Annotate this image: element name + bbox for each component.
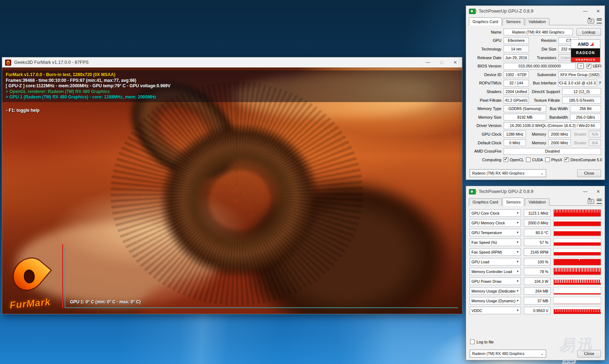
gpuz-app-icon (469, 189, 476, 194)
memory-size-value: 8192 MB (504, 114, 546, 120)
screenshot-camera-icon[interactable] (588, 19, 594, 23)
minimize-button[interactable]: — (579, 186, 592, 197)
gpuz-titlebar[interactable]: TechPowerUp GPU-Z 0.8.9 — ✕ (466, 186, 605, 197)
sensor-name: GPU Memory Clock (471, 221, 516, 225)
sensor-dropdown[interactable]: GPU Load ▼ (470, 258, 521, 266)
sensor-graph (553, 258, 601, 266)
tab-validation[interactable]: Validation (525, 198, 549, 206)
field-label: GPU (470, 38, 504, 43)
device-selector-dropdown[interactable]: Radeon (TM) RX 480 Graphics ⌄ (470, 169, 546, 177)
sensor-dropdown[interactable]: Fan Speed (%) ▼ (470, 238, 521, 246)
furmark-overlay-line: > OpenGL renderer: Radeon (TM) RX 480 Gr… (6, 89, 462, 95)
sensor-dropdown[interactable]: GPU Core Clock ▼ (470, 209, 521, 217)
computing-checkbox-cuda[interactable] (526, 157, 531, 162)
subvendor-value: XFX Pine Group (1682) (558, 71, 601, 78)
menu-icon[interactable] (597, 18, 602, 23)
lookup-button[interactable]: Lookup (577, 28, 601, 36)
sensor-value: 104.3 W (524, 277, 551, 285)
sensor-dropdown[interactable]: Fan Speed (RPM) ▼ (470, 248, 521, 256)
field-label: Pixel Fillrate (470, 98, 504, 102)
close-icon[interactable]: ✕ (592, 186, 605, 197)
sensor-dropdown[interactable]: GPU Temperature ▼ (470, 229, 521, 236)
bus-interface-value: PCI-E 3.0 x16 @ x16 3.0 (558, 80, 597, 87)
tab-graphics-card[interactable]: Graphics Card (469, 17, 502, 26)
sensor-graph (553, 277, 601, 285)
sensor-row: Fan Speed (RPM) ▼ 2145 RPM (470, 247, 601, 257)
sensor-value: 78 % (524, 268, 551, 275)
chevron-down-icon: ▼ (516, 241, 519, 244)
gpuz-titlebar[interactable]: TechPowerUp GPU-Z 0.8.9 — ✕ (466, 6, 605, 17)
computing-checkbox-directcompute-5-0[interactable] (564, 157, 569, 162)
sensor-graph (553, 248, 601, 256)
gpu-name-value: Radeon (TM) RX 480 Graphics (504, 28, 573, 35)
field-label: Name (470, 30, 504, 34)
sensor-graph (553, 209, 601, 217)
sensor-dropdown[interactable]: GPU Power Draw ▼ (470, 277, 521, 285)
default-clock-value: 0 MHz (504, 139, 526, 146)
sensor-value: 2000.0 MHz (524, 219, 551, 227)
tab-graphics-card[interactable]: Graphics Card (469, 198, 502, 206)
close-icon[interactable]: ✕ (592, 6, 605, 17)
furmark-app-icon (5, 60, 11, 66)
help-icon[interactable]: ? (599, 81, 601, 85)
gpu-value: Ellesmere (504, 37, 529, 44)
sensor-value: 57 % (524, 238, 551, 246)
gpuz-window-sensors: TechPowerUp GPU-Z 0.8.9 — ✕ Graphics Car… (466, 186, 605, 360)
sensor-graph (553, 307, 601, 314)
screenshot-camera-icon[interactable] (588, 199, 594, 204)
rops-tmus-value: 32 / 144 (504, 80, 529, 87)
default-shader-clock-value: N/A (589, 139, 601, 146)
sensor-dropdown[interactable]: Memory Usage (Dedicated) ▼ (470, 287, 521, 295)
chevron-down-icon: ⌄ (540, 351, 544, 356)
sensor-graph (553, 268, 601, 275)
sensor-value: 100 % (524, 258, 551, 266)
minimize-button[interactable]: — (579, 6, 592, 17)
uefi-label: UEFI (593, 64, 601, 68)
sensor-name: GPU Power Draw (471, 279, 516, 284)
sensor-value: 80.0 °C (524, 229, 551, 236)
sensor-row: Fan Speed (%) ▼ 57 % (470, 237, 601, 247)
uefi-checkbox[interactable] (587, 64, 591, 69)
close-button[interactable]: Close (577, 350, 601, 358)
maximize-button[interactable]: □ (435, 57, 448, 67)
amd-brand-text: AMD (578, 41, 589, 47)
field-label: Shaders (470, 89, 504, 94)
close-icon[interactable]: ✕ (448, 57, 462, 67)
field-label: Die Size (529, 47, 558, 51)
field-label: Bus Interface (529, 81, 558, 85)
field-label: Memory (526, 132, 548, 136)
sensor-list: GPU Core Clock ▼ 1123.1 MHz GPU Memory C… (470, 208, 601, 315)
furmark-overlay-line: [ GPU-Z ] core:1122MHz - mem:2000MHz - G… (6, 83, 462, 89)
sensor-name: Fan Speed (RPM) (471, 250, 516, 254)
chevron-down-icon: ▼ (516, 270, 519, 273)
furmark-titlebar[interactable]: Geeks3D FurMark v1.17.0.0 - 67FPS — □ ✕ (2, 57, 462, 67)
shaders-value: 2304 Unified (504, 88, 529, 95)
field-label: Transistors (529, 56, 558, 60)
device-id-value: 1002 - 67DF (504, 71, 529, 78)
driver-version-value: 16.200.1035.0 WHQL (Crimson 16.6.2) / Wi… (504, 122, 601, 129)
computing-checkbox-physx[interactable] (545, 157, 550, 162)
gpuz-window-title: TechPowerUp GPU-Z 0.8.9 (479, 189, 579, 194)
sensor-dropdown[interactable]: Memory Controller Load ▼ (470, 268, 521, 275)
sensor-dropdown[interactable]: GPU Memory Clock ▼ (470, 219, 521, 227)
menu-icon[interactable] (597, 199, 602, 204)
close-button[interactable]: Close (577, 170, 601, 177)
computing-option-label: CUDA (532, 158, 543, 162)
computing-checkbox-opencl[interactable] (504, 157, 508, 162)
field-label: Device ID (470, 73, 504, 77)
minimize-button[interactable]: — (421, 57, 435, 67)
export-bios-icon[interactable]: ↗ (578, 63, 584, 69)
tab-sensors[interactable]: Sensors (503, 18, 524, 25)
chevron-down-icon: ▼ (516, 260, 519, 263)
field-label: Shader (571, 132, 589, 136)
furmark-window-title: Geeks3D FurMark v1.17.0.0 - 67FPS (14, 60, 421, 65)
tab-validation[interactable]: Validation (525, 18, 549, 25)
device-selector-dropdown[interactable]: Radeon (TM) RX 480 Graphics ⌄ (470, 350, 546, 358)
field-label: Release Date (470, 56, 504, 60)
sensor-dropdown[interactable]: Memory Usage (Dynamic) ▼ (470, 297, 521, 304)
log-to-file-checkbox[interactable] (470, 339, 475, 344)
sensor-dropdown[interactable]: VDDC ▼ (470, 307, 521, 314)
sensor-row: VDDC ▼ 0.9563 V (470, 306, 601, 315)
tab-sensors[interactable]: Sensors (503, 198, 524, 206)
sensor-name: GPU Core Clock (471, 211, 516, 215)
